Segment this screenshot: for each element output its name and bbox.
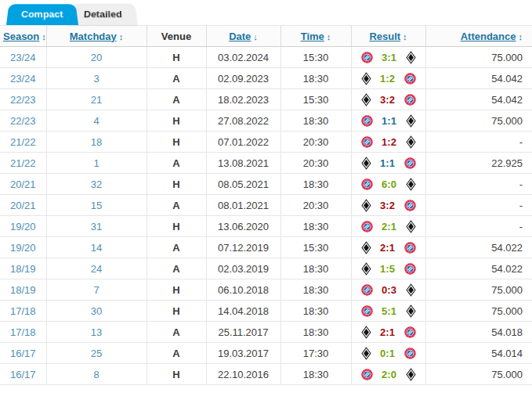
borussia-moenchengladbach-badge[interactable] — [406, 283, 416, 297]
result-score-link[interactable]: 2:1 — [378, 242, 397, 254]
season-link[interactable]: 17/18 — [10, 305, 36, 317]
season-link[interactable]: 23/24 — [10, 52, 36, 63]
matchday-link[interactable]: 3 — [93, 73, 99, 85]
borussia-moenchengladbach-badge[interactable] — [406, 220, 416, 233]
sort-icon[interactable]: ↕ — [403, 32, 407, 41]
bayern-munich-badge[interactable] — [404, 73, 416, 85]
matchday-link[interactable]: 20 — [91, 52, 102, 63]
bayern-munich-badge[interactable] — [361, 369, 373, 380]
tab-detailed[interactable]: Detailed — [69, 4, 137, 25]
time-header-label[interactable]: Time — [301, 31, 324, 42]
matchday-link[interactable]: 14 — [91, 242, 102, 254]
season-link[interactable]: 20/21 — [10, 200, 36, 211]
season-link[interactable]: 21/22 — [10, 136, 36, 148]
season-link[interactable]: 20/21 — [10, 178, 36, 190]
column-header-time[interactable]: Time↕ — [280, 26, 351, 47]
season-link[interactable]: 18/19 — [10, 263, 36, 275]
result-header-label[interactable]: Result — [369, 31, 400, 42]
matchday-link[interactable]: 25 — [91, 348, 102, 359]
result-score-link[interactable]: 1:2 — [378, 73, 397, 85]
sort-icon[interactable]: ↕ — [327, 32, 331, 41]
season-link[interactable]: 21/22 — [10, 157, 36, 169]
borussia-moenchengladbach-badge[interactable] — [406, 114, 416, 128]
borussia-moenchengladbach-badge[interactable] — [361, 93, 371, 106]
bayern-munich-badge[interactable] — [404, 263, 416, 275]
bayern-munich-badge[interactable] — [404, 94, 416, 106]
result-score-link[interactable]: 1:1 — [380, 115, 399, 127]
borussia-moenchengladbach-badge[interactable] — [361, 347, 371, 360]
borussia-moenchengladbach-badge[interactable] — [406, 178, 416, 191]
bayern-munich-badge[interactable] — [361, 178, 373, 190]
borussia-moenchengladbach-badge[interactable] — [361, 199, 371, 212]
bayern-munich-badge[interactable] — [361, 284, 373, 296]
season-link[interactable]: 16/17 — [10, 348, 36, 359]
borussia-moenchengladbach-badge[interactable] — [406, 305, 416, 318]
season-link[interactable]: 16/17 — [10, 369, 36, 380]
matchday-link[interactable]: 1 — [93, 157, 99, 169]
bayern-munich-badge[interactable] — [404, 242, 416, 254]
result-score-link[interactable]: 2:1 — [378, 326, 397, 338]
borussia-moenchengladbach-badge[interactable] — [361, 157, 371, 170]
bayern-munich-badge[interactable] — [361, 305, 373, 317]
borussia-moenchengladbach-badge[interactable] — [361, 241, 371, 254]
tab-compact[interactable]: Compact — [6, 4, 78, 25]
bayern-munich-badge[interactable] — [361, 136, 373, 148]
date-header-label[interactable]: Date — [229, 31, 251, 42]
result-score-link[interactable]: 3:2 — [378, 200, 397, 211]
matchday-link[interactable]: 24 — [91, 263, 102, 275]
result-score-link[interactable]: 0:1 — [378, 348, 397, 359]
season-link[interactable]: 19/20 — [10, 221, 36, 232]
result-score-link[interactable]: 1:1 — [378, 157, 397, 169]
column-header-season[interactable]: Season↕ — [0, 26, 46, 47]
column-header-matchday[interactable]: Matchday↕ — [46, 26, 147, 47]
matchday-link[interactable]: 32 — [91, 178, 102, 190]
bayern-munich-badge[interactable] — [361, 52, 373, 63]
season-header-label[interactable]: Season — [3, 31, 39, 42]
column-header-result[interactable]: Result↕ — [351, 26, 425, 47]
bayern-munich-badge[interactable] — [361, 115, 373, 127]
bayern-munich-badge[interactable] — [404, 326, 416, 338]
result-score-link[interactable]: 0:3 — [380, 284, 399, 296]
borussia-moenchengladbach-badge[interactable] — [361, 72, 371, 85]
borussia-moenchengladbach-badge[interactable] — [406, 51, 416, 64]
result-score-link[interactable]: 1:5 — [378, 263, 397, 275]
matchday-link[interactable]: 7 — [93, 284, 99, 296]
matchday-header-label[interactable]: Matchday — [70, 31, 117, 42]
result-score-link[interactable]: 2:1 — [380, 221, 399, 232]
matchday-link[interactable]: 30 — [91, 305, 102, 317]
season-link[interactable]: 22/23 — [10, 94, 36, 106]
matchday-link[interactable]: 15 — [91, 200, 102, 211]
column-header-date[interactable]: Date↓ — [206, 26, 280, 47]
matchday-link[interactable]: 21 — [91, 94, 102, 106]
season-link[interactable]: 23/24 — [10, 73, 36, 85]
matchday-link[interactable]: 13 — [91, 326, 102, 338]
attendance-header-label[interactable]: Attendance — [461, 31, 516, 42]
sort-icon[interactable]: ↕ — [42, 32, 46, 41]
sort-icon[interactable]: ↕ — [519, 32, 523, 41]
matchday-link[interactable]: 18 — [91, 136, 102, 148]
result-score-link[interactable]: 6:0 — [380, 178, 399, 190]
result-score-link[interactable]: 3:2 — [378, 94, 397, 106]
season-link[interactable]: 17/18 — [10, 326, 36, 338]
result-score-link[interactable]: 3:1 — [380, 52, 399, 63]
borussia-moenchengladbach-badge[interactable] — [406, 135, 416, 149]
result-score-link[interactable]: 5:1 — [380, 305, 399, 317]
season-link[interactable]: 22/23 — [10, 115, 36, 127]
matchday-link[interactable]: 4 — [93, 115, 99, 127]
column-header-attendance[interactable]: Attendance↕ — [425, 26, 532, 47]
matchday-link[interactable]: 8 — [93, 369, 99, 380]
season-link[interactable]: 19/20 — [10, 242, 36, 254]
result-score-link[interactable]: 2:0 — [380, 369, 399, 380]
sort-descending-icon[interactable]: ↓ — [253, 32, 258, 41]
bayern-munich-badge[interactable] — [404, 200, 416, 211]
borussia-moenchengladbach-badge[interactable] — [361, 326, 371, 339]
borussia-moenchengladbach-badge[interactable] — [361, 262, 371, 276]
season-link[interactable]: 18/19 — [10, 284, 36, 296]
matchday-link[interactable]: 31 — [91, 221, 102, 232]
borussia-moenchengladbach-badge[interactable] — [406, 368, 416, 381]
result-score-link[interactable]: 1:2 — [380, 136, 399, 148]
bayern-munich-badge[interactable] — [361, 221, 373, 232]
bayern-munich-badge[interactable] — [404, 157, 416, 169]
sort-icon[interactable]: ↕ — [119, 32, 124, 41]
bayern-munich-badge[interactable] — [404, 348, 416, 359]
